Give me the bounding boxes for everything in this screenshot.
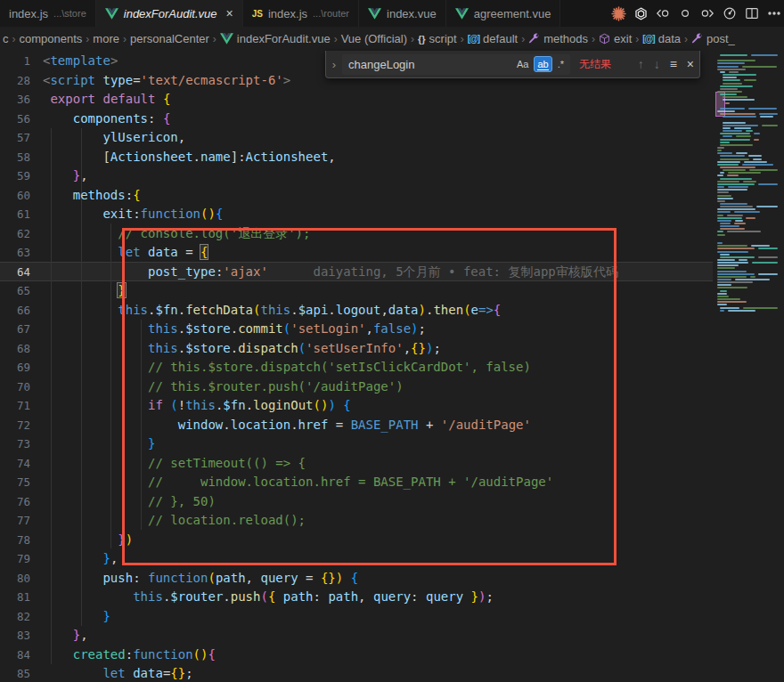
code-line-77[interactable]: // location.reload(); (43, 511, 618, 531)
find-in-selection-icon[interactable]: ≡ (670, 58, 677, 70)
editor[interactable]: 1283656575859606162636465666768697071727… (0, 51, 784, 682)
change-circle-icon[interactable] (677, 5, 693, 21)
code-line-65[interactable]: } (43, 281, 618, 301)
line-number[interactable]: 67 (0, 320, 30, 339)
code-area[interactable]: <template><script type='text/ecmascript-… (43, 52, 618, 682)
code-line-59[interactable]: }, (43, 166, 618, 186)
line-number[interactable]: 57 (0, 128, 30, 148)
line-number[interactable]: 36 (0, 90, 30, 110)
timeline-icon[interactable] (722, 5, 738, 21)
close-find-icon[interactable]: × (687, 58, 694, 70)
line-number[interactable]: 70 (0, 378, 30, 397)
line-number[interactable]: 66 (0, 301, 30, 321)
tab-index.js[interactable]: JSindex.js...\router (243, 0, 359, 27)
find-input[interactable] (342, 58, 514, 71)
code-line-75[interactable]: // window.location.href = BASE_PATH + '/… (43, 473, 618, 492)
line-number[interactable]: 78 (0, 531, 30, 550)
breadcrumb-item-personalcenter[interactable]: personalCenter (130, 32, 209, 45)
toggle-replace-icon[interactable]: › (328, 51, 340, 77)
line-number[interactable]: 69 (0, 358, 30, 378)
code-line-67[interactable]: this.$store.commit('setLogin',false); (43, 320, 618, 339)
line-number[interactable]: 71 (0, 396, 30, 416)
code-line-72[interactable]: window.location.href = BASE_PATH + '/aud… (43, 416, 618, 435)
breadcrumb-item-c[interactable]: c (3, 32, 9, 45)
line-number[interactable]: 58 (0, 148, 30, 167)
previous-change-icon[interactable] (655, 5, 671, 21)
line-number[interactable]: 28 (0, 71, 30, 91)
code-line-76[interactable]: // }, 50) (43, 492, 618, 512)
breadcrumb-item-indexforaudit.vue[interactable]: indexForAudit.vue (220, 32, 331, 45)
line-number[interactable]: 62 (0, 224, 30, 244)
code-line-64[interactable]: post_type:'ajax' daiyating, 5个月前 • feat:… (43, 263, 618, 282)
tab-agreement.vue[interactable]: agreement.vue (446, 0, 561, 27)
code-line-79[interactable]: }, (43, 549, 618, 569)
line-number[interactable]: 73 (0, 434, 30, 454)
code-line-36[interactable]: export default { (43, 90, 618, 110)
line-number[interactable]: 63 (0, 243, 30, 263)
line-number[interactable]: 82 (0, 607, 30, 627)
minimap[interactable] (715, 51, 781, 318)
line-number[interactable]: 80 (0, 569, 30, 589)
breadcrumb-item-default[interactable]: [@]default (468, 32, 518, 45)
breadcrumb-item-data[interactable]: [@]data (642, 32, 681, 45)
code-line-56[interactable]: components: { (43, 110, 618, 129)
code-line-84[interactable]: created:function(){ (43, 645, 618, 665)
tab-index.vue[interactable]: index.vue (359, 0, 446, 27)
line-number[interactable]: 56 (0, 110, 30, 129)
line-number[interactable]: 60 (0, 186, 30, 206)
code-line-81[interactable]: this.$router.push({ path: path, query: q… (43, 588, 618, 607)
breadcrumb-item-post_[interactable]: post_ (691, 32, 735, 45)
split-editor-icon[interactable] (744, 5, 760, 21)
claude-extension-icon[interactable] (610, 5, 626, 21)
regex-button[interactable]: .* (555, 57, 567, 71)
line-number[interactable]: 64 (0, 263, 30, 282)
breadcrumb-item-vueofficial[interactable]: Vue (Official) (341, 32, 407, 45)
line-number[interactable]: 81 (0, 588, 30, 607)
line-number[interactable]: 59 (0, 166, 30, 186)
line-number[interactable]: 83 (0, 626, 30, 645)
code-line-82[interactable]: } (43, 607, 618, 627)
breadcrumb-item-components[interactable]: components (20, 32, 83, 45)
line-number[interactable]: 1 (0, 52, 30, 71)
line-number[interactable]: 84 (0, 645, 30, 665)
code-line-58[interactable]: [Actionsheet.name]:Actionsheet, (43, 148, 618, 167)
code-line-78[interactable]: }) (43, 531, 618, 550)
line-number[interactable]: 61 (0, 205, 30, 224)
line-number-gutter[interactable]: 1283656575859606162636465666768697071727… (0, 52, 30, 682)
match-case-button[interactable]: Aa (514, 57, 531, 71)
code-line-66[interactable]: this.$fn.fetchData(this.$api.logout,data… (43, 301, 618, 321)
line-number[interactable]: 74 (0, 454, 30, 474)
breadcrumb-item-more[interactable]: more (93, 32, 119, 45)
code-line-68[interactable]: this.$store.dispatch('setUserInfo',{}); (43, 339, 618, 359)
code-line-73[interactable]: } (43, 434, 618, 454)
whole-word-button[interactable]: ab (534, 56, 551, 72)
code-line-57[interactable]: ylUsericon, (43, 128, 618, 148)
find-next-icon[interactable]: ↓ (654, 58, 660, 70)
tab-indexForAudit.vue[interactable]: indexForAudit.vue× (96, 0, 243, 27)
line-number[interactable]: 85 (0, 664, 30, 682)
code-line-74[interactable]: // setTimeout(() => { (43, 454, 618, 474)
code-line-71[interactable]: if (!this.$fn.loginOut()) { (43, 396, 618, 416)
breadcrumb-item-methods[interactable]: methods (528, 32, 588, 45)
code-line-85[interactable]: let data={}; (43, 664, 618, 682)
find-previous-icon[interactable]: ↑ (638, 58, 644, 70)
openai-extension-icon[interactable] (633, 5, 649, 21)
line-number[interactable]: 77 (0, 511, 30, 531)
code-line-70[interactable]: // this.$router.push('/auditPage') (43, 378, 618, 397)
breadcrumb-item-script[interactable]: {}script (418, 32, 457, 45)
code-line-69[interactable]: // this.$store.dispatch('setIsClickCardD… (43, 358, 618, 378)
line-number[interactable]: 79 (0, 549, 30, 569)
tab-index.js[interactable]: index.js...\store (0, 0, 96, 27)
code-line-60[interactable]: methods:{ (43, 186, 618, 206)
more-actions-icon[interactable] (766, 5, 782, 21)
code-line-80[interactable]: push: function(path, query = {}) { (43, 569, 618, 589)
code-line-63[interactable]: let data = { (43, 243, 618, 263)
code-line-62[interactable]: // console.log('退出登录'); (43, 224, 618, 244)
code-line-83[interactable]: }, (43, 626, 618, 645)
line-number[interactable]: 68 (0, 339, 30, 359)
line-number[interactable]: 72 (0, 416, 30, 435)
code-line-61[interactable]: exit:function(){ (43, 205, 618, 224)
line-number[interactable]: 75 (0, 473, 30, 492)
breadcrumb-item-exit[interactable]: exit (599, 32, 632, 45)
line-number[interactable]: 76 (0, 492, 30, 512)
